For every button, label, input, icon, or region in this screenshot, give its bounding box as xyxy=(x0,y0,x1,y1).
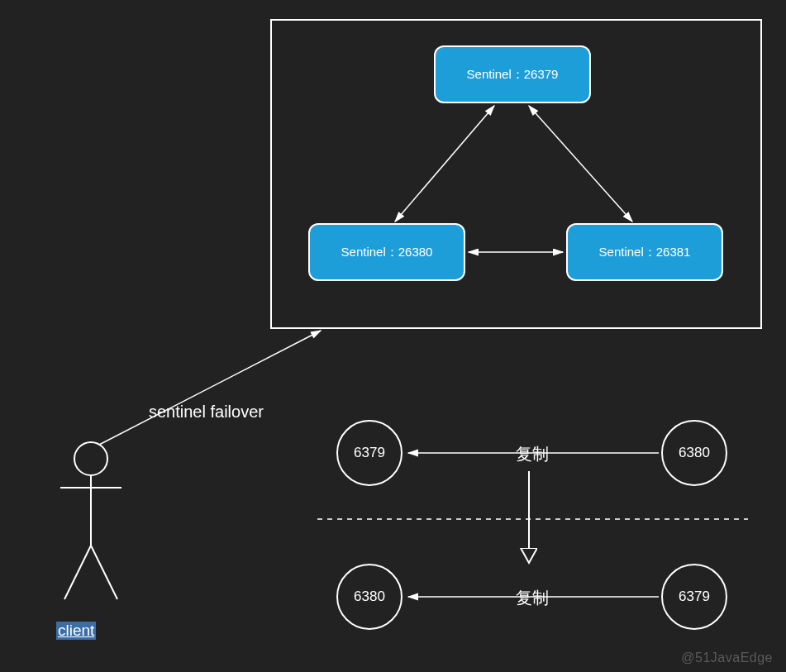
sentinel-node-right: Sentinel：26381 xyxy=(566,223,723,281)
edge-client-cluster xyxy=(99,331,321,445)
client-actor xyxy=(50,438,132,620)
after-slave-node: 6379 xyxy=(661,564,727,630)
svg-point-0 xyxy=(74,442,107,475)
before-master-node: 6379 xyxy=(336,420,403,486)
watermark: @51JavaEdge xyxy=(681,651,773,665)
after-master-node: 6380 xyxy=(336,564,403,630)
sentinel-node-left: Sentinel：26380 xyxy=(308,223,465,281)
svg-line-3 xyxy=(64,546,91,599)
after-master-label: 6380 xyxy=(354,589,385,605)
after-slave-label: 6379 xyxy=(679,589,710,605)
before-slave-node: 6380 xyxy=(661,420,727,486)
failover-label: sentinel failover xyxy=(149,403,264,422)
sentinel-right-label: Sentinel：26381 xyxy=(599,245,691,260)
before-replication-label: 复制 xyxy=(512,443,552,465)
sentinel-top-label: Sentinel：26379 xyxy=(467,67,559,83)
svg-line-4 xyxy=(91,546,117,599)
sentinel-node-top: Sentinel：26379 xyxy=(434,45,591,103)
diagram-canvas: Sentinel：26379 Sentinel：26380 Sentinel：2… xyxy=(0,0,786,672)
sentinel-left-label: Sentinel：26380 xyxy=(341,245,433,260)
before-master-label: 6379 xyxy=(354,445,385,461)
before-slave-label: 6380 xyxy=(679,445,710,461)
after-replication-label: 复制 xyxy=(512,587,552,609)
client-label: client xyxy=(56,622,96,640)
